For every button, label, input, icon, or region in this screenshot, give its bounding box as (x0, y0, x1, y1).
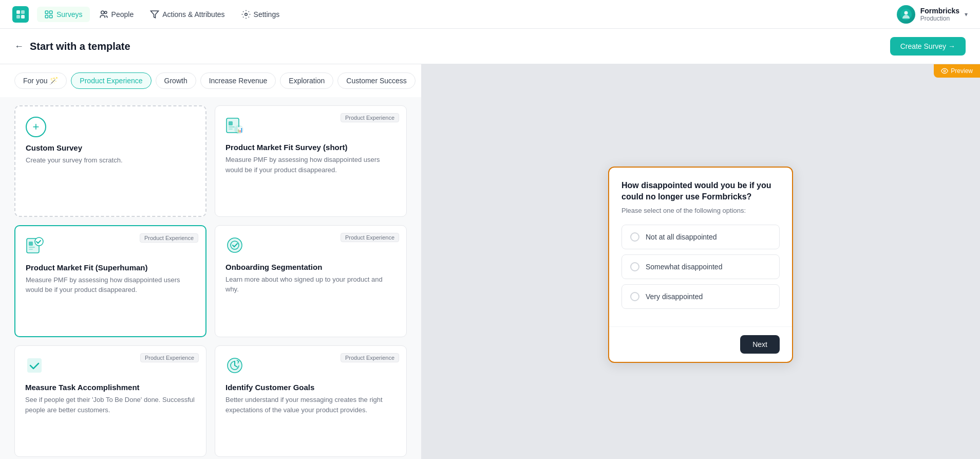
svg-rect-27 (27, 358, 42, 373)
svg-rect-22 (29, 247, 35, 248)
card-description: Measure PMF by assessing how disappointe… (225, 155, 396, 175)
add-icon: + (26, 117, 46, 137)
back-button[interactable]: ← (14, 41, 24, 52)
option-label-2: Very disappointed (646, 292, 703, 301)
svg-point-11 (244, 13, 247, 15)
card-custom-survey[interactable]: + Custom Survey Create your survey from … (14, 105, 206, 217)
survey-next-button[interactable]: Next (740, 335, 780, 354)
page-title: Start with a template (30, 41, 130, 52)
card-badge: Product Experience (341, 113, 399, 122)
tab-product-experience[interactable]: Product Experience (71, 72, 151, 89)
option-label-0: Not at all disappointed (646, 233, 717, 241)
svg-rect-1 (21, 10, 25, 14)
svg-rect-3 (21, 15, 25, 19)
card-description: Create your survey from scratch. (26, 155, 195, 166)
svg-rect-5 (50, 11, 52, 13)
svg-rect-4 (45, 11, 48, 13)
survey-option-2[interactable]: Very disappointed (621, 284, 780, 309)
surveys-icon (44, 10, 53, 19)
card-title: Onboarding Segmentation (225, 263, 396, 271)
card-pmf-superhuman[interactable]: Product Experience Product Market Fit (S… (14, 225, 206, 338)
svg-point-13 (904, 11, 908, 14)
nav-settings[interactable]: Settings (234, 7, 287, 22)
svg-rect-6 (45, 15, 48, 17)
header-left: ← Start with a template (14, 41, 130, 52)
svg-point-9 (104, 11, 107, 14)
settings-icon (241, 10, 251, 19)
nav-user-area: Formbricks Production ▾ (897, 5, 968, 24)
card-title: Measure Task Accomplishment (25, 383, 196, 392)
survey-option-1[interactable]: Somewhat disappointed (621, 254, 780, 279)
radio-button-0 (630, 232, 639, 242)
card-onboarding-segmentation[interactable]: Product Experience Onboarding Segmentati… (215, 225, 407, 338)
radio-button-1 (630, 262, 639, 271)
app-logo (12, 6, 29, 23)
radio-button-2 (630, 292, 639, 301)
card-pmf-short[interactable]: Product Experience 📊 Product Market Fit … (215, 105, 407, 217)
card-description: See if people get their 'Job To Be Done'… (25, 395, 196, 415)
survey-preview-card: How disappointed would you be if you cou… (608, 167, 793, 363)
people-icon (99, 10, 108, 19)
card-title: Custom Survey (26, 143, 195, 152)
card-description: Measure PMF by assessing how disappointe… (26, 275, 195, 295)
avatar-image (900, 9, 912, 20)
card-title: Identify Customer Goals (225, 383, 396, 392)
survey-question: How disappointed would you be if you cou… (621, 180, 780, 203)
tab-increase-revenue[interactable]: Increase Revenue (200, 72, 276, 89)
svg-rect-7 (50, 15, 52, 17)
card-title: Product Market Fit Survey (short) (225, 143, 396, 152)
svg-point-29 (944, 70, 946, 72)
card-badge: Product Experience (341, 353, 399, 362)
svg-rect-2 (16, 15, 20, 19)
tab-customer-success[interactable]: Customer Success (337, 72, 415, 89)
card-badge: Product Experience (140, 353, 199, 362)
nav-actions-attributes[interactable]: Actions & Attributes (143, 7, 232, 22)
tab-for-you[interactable]: For you 🪄 (14, 72, 67, 89)
svg-rect-23 (29, 249, 33, 250)
right-panel: Preview How disappointed would you be if… (421, 64, 980, 459)
left-panel: For you 🪄 Product Experience Growth Incr… (0, 64, 421, 459)
svg-point-25 (228, 238, 242, 252)
card-measure-task[interactable]: Product Experience Measure Task Accompli… (14, 345, 206, 457)
nav-people[interactable]: People (92, 7, 141, 22)
tab-exploration[interactable]: Exploration (280, 72, 333, 89)
survey-preview-body: How disappointed would you be if you cou… (609, 168, 792, 327)
nav-items: Surveys People Actions & Attributes Sett… (37, 7, 897, 22)
survey-footer: Next (609, 326, 792, 362)
preview-icon (941, 67, 948, 75)
svg-rect-16 (229, 126, 235, 127)
avatar[interactable] (897, 5, 915, 24)
top-navigation: Surveys People Actions & Attributes Sett… (0, 0, 980, 29)
card-description: Learn more about who signed up to your p… (225, 274, 396, 295)
tab-growth[interactable]: Growth (156, 72, 196, 89)
card-badge: Product Experience (341, 233, 399, 242)
create-survey-button[interactable]: Create Survey → (890, 37, 966, 56)
svg-point-8 (101, 11, 104, 14)
user-info: Formbricks Production (920, 7, 959, 22)
svg-text:📊: 📊 (237, 126, 243, 133)
card-description: Better understand if your messaging crea… (225, 395, 396, 415)
cards-grid: + Custom Survey Create your survey from … (0, 97, 421, 459)
preview-ribbon: Preview (934, 64, 980, 78)
card-badge: Product Experience (140, 233, 198, 243)
svg-rect-15 (229, 121, 233, 125)
survey-hint: Please select one of the following optio… (621, 207, 780, 214)
nav-surveys[interactable]: Surveys (37, 7, 90, 22)
user-menu-chevron[interactable]: ▾ (965, 11, 968, 18)
page-header: ← Start with a template Create Survey → (0, 29, 980, 64)
svg-rect-21 (29, 242, 33, 246)
survey-option-0[interactable]: Not at all disappointed (621, 225, 780, 249)
card-identify-goals[interactable]: Product Experience Identify Customer Goa… (215, 345, 407, 457)
svg-rect-0 (16, 10, 20, 14)
filter-tabs: For you 🪄 Product Experience Growth Incr… (0, 64, 421, 97)
card-title: Product Market Fit (Superhuman) (26, 263, 195, 272)
main-layout: For you 🪄 Product Experience Growth Incr… (0, 64, 980, 459)
filter-icon (150, 10, 159, 19)
svg-rect-17 (229, 128, 233, 130)
option-label-1: Somewhat disappointed (646, 263, 722, 271)
svg-marker-10 (151, 11, 159, 18)
